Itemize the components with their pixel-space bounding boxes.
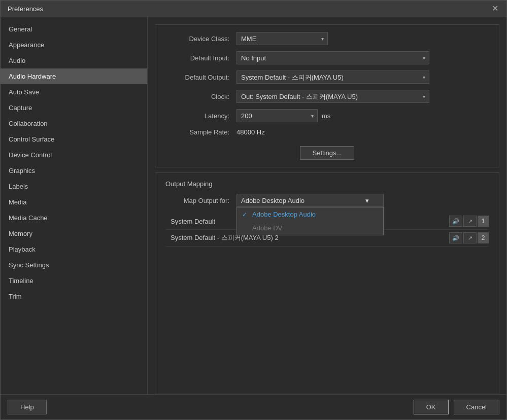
sidebar-item-trim[interactable]: Trim <box>1 289 147 304</box>
map-output-chevron-icon: ▾ <box>365 197 369 204</box>
map-output-label: Map Output for: <box>165 197 236 204</box>
sidebar-item-device-control[interactable]: Device Control <box>1 147 147 163</box>
dialog-body: GeneralAppearanceAudioAudio HardwareAuto… <box>1 17 506 394</box>
sample-rate-row: Sample Rate: 48000 Hz <box>165 128 489 136</box>
output-mapping-panel: Output Mapping Map Output for: Adobe Des… <box>155 172 499 394</box>
sidebar-item-media[interactable]: Media <box>1 194 147 210</box>
dialog-title: Preferences <box>8 5 43 13</box>
output-row-controls: 🔊↗2 <box>449 232 489 243</box>
default-output-control: System Default - 스피커(MAYA U5) ▾ <box>236 71 489 84</box>
default-input-select-wrapper: No Input ▾ <box>236 51 429 64</box>
default-input-select[interactable]: No Input <box>236 51 429 64</box>
content-area: Device Class: MMEASIOWASAPI ▾ Default In… <box>148 17 506 394</box>
map-output-dropdown-menu: ✓Adobe Desktop AudioAdobe DV <box>236 207 384 235</box>
latency-select[interactable]: 200 <box>236 109 318 122</box>
latency-control: 200 ▾ ms <box>236 109 489 122</box>
sidebar-item-graphics[interactable]: Graphics <box>1 163 147 179</box>
clock-row: Clock: Out: System Default - 스피커(MAYA U5… <box>165 90 489 103</box>
latency-wrap: 200 ▾ ms <box>236 109 330 122</box>
default-output-select-wrapper: System Default - 스피커(MAYA U5) ▾ <box>236 71 429 84</box>
sample-rate-control: 48000 Hz <box>236 128 489 136</box>
output-mapping-title: Output Mapping <box>165 180 489 188</box>
clock-select[interactable]: Out: System Default - 스피커(MAYA U5) <box>236 90 429 103</box>
sidebar-item-memory[interactable]: Memory <box>1 226 147 241</box>
route-icon[interactable]: ↗ <box>463 216 477 227</box>
device-settings-panel: Device Class: MMEASIOWASAPI ▾ Default In… <box>155 24 499 167</box>
sidebar-item-media-cache[interactable]: Media Cache <box>1 210 147 226</box>
clock-control: Out: System Default - 스피커(MAYA U5) ▾ <box>236 90 489 103</box>
default-output-select[interactable]: System Default - 스피커(MAYA U5) <box>236 71 429 84</box>
settings-button[interactable]: Settings... <box>300 146 355 160</box>
close-button[interactable]: ✕ <box>491 5 499 13</box>
dropdown-item-label: Adobe DV <box>252 224 282 232</box>
preferences-dialog: Preferences ✕ GeneralAppearanceAudioAudi… <box>0 0 507 420</box>
sidebar: GeneralAppearanceAudioAudio HardwareAuto… <box>1 17 148 394</box>
sidebar-item-audio[interactable]: Audio <box>1 53 147 68</box>
sidebar-item-collaboration[interactable]: Collaboration <box>1 116 147 131</box>
clock-label: Clock: <box>165 93 236 100</box>
latency-row: Latency: 200 ▾ ms <box>165 109 489 122</box>
latency-unit: ms <box>322 112 330 120</box>
sidebar-item-timeline[interactable]: Timeline <box>1 273 147 289</box>
device-class-select[interactable]: MMEASIOWASAPI <box>236 32 328 45</box>
output-row-number: 1 <box>478 216 489 227</box>
sample-rate-value: 48000 Hz <box>236 128 265 136</box>
sidebar-item-audio-hardware[interactable]: Audio Hardware <box>1 68 147 84</box>
sidebar-item-labels[interactable]: Labels <box>1 179 147 194</box>
sidebar-item-sync-settings[interactable]: Sync Settings <box>1 257 147 273</box>
checkmark-icon: ✓ <box>242 211 249 218</box>
settings-row: Settings... <box>165 142 489 160</box>
sidebar-item-playback[interactable]: Playback <box>1 241 147 257</box>
speaker-icon[interactable]: 🔊 <box>449 232 462 243</box>
sidebar-item-capture[interactable]: Capture <box>1 100 147 116</box>
title-bar: Preferences ✕ <box>1 1 506 17</box>
map-output-row: Map Output for: Adobe Desktop Audio ▾ ✓A… <box>165 194 489 207</box>
clock-select-wrapper: Out: System Default - 스피커(MAYA U5) ▾ <box>236 90 429 103</box>
output-row-number: 2 <box>478 232 489 243</box>
sample-rate-label: Sample Rate: <box>165 128 236 136</box>
device-class-select-wrapper: MMEASIOWASAPI ▾ <box>236 32 328 45</box>
latency-select-wrapper: 200 ▾ <box>236 109 318 122</box>
sidebar-item-appearance[interactable]: Appearance <box>1 37 147 53</box>
sidebar-item-control-surface[interactable]: Control Surface <box>1 131 147 147</box>
output-row-controls: 🔊↗1 <box>449 216 489 227</box>
default-output-label: Default Output: <box>165 74 236 81</box>
default-input-control: No Input ▾ <box>236 51 489 64</box>
device-class-label: Device Class: <box>165 35 236 43</box>
ok-button[interactable]: OK <box>414 400 449 414</box>
default-input-label: Default Input: <box>165 54 236 62</box>
map-output-dropdown-trigger[interactable]: Adobe Desktop Audio ▾ <box>236 194 384 207</box>
map-output-selected-value: Adobe Desktop Audio <box>241 197 305 204</box>
speaker-icon[interactable]: 🔊 <box>449 216 462 227</box>
sidebar-item-auto-save[interactable]: Auto Save <box>1 84 147 100</box>
help-button[interactable]: Help <box>8 400 47 414</box>
dropdown-item-label: Adobe Desktop Audio <box>252 211 316 218</box>
route-icon[interactable]: ↗ <box>463 232 477 243</box>
dropdown-item: Adobe DV <box>237 221 383 235</box>
dropdown-item[interactable]: ✓Adobe Desktop Audio <box>237 207 383 221</box>
map-output-dropdown-wrapper: Adobe Desktop Audio ▾ ✓Adobe Desktop Aud… <box>236 194 384 207</box>
default-output-row: Default Output: System Default - 스피커(MAY… <box>165 71 489 84</box>
sidebar-item-general[interactable]: General <box>1 21 147 37</box>
device-class-row: Device Class: MMEASIOWASAPI ▾ <box>165 32 489 45</box>
default-input-row: Default Input: No Input ▾ <box>165 51 489 64</box>
device-class-control: MMEASIOWASAPI ▾ <box>236 32 489 45</box>
footer: Help OK Cancel <box>1 394 506 419</box>
footer-left: Help <box>8 400 409 414</box>
cancel-button[interactable]: Cancel <box>454 400 499 414</box>
latency-label: Latency: <box>165 112 236 120</box>
